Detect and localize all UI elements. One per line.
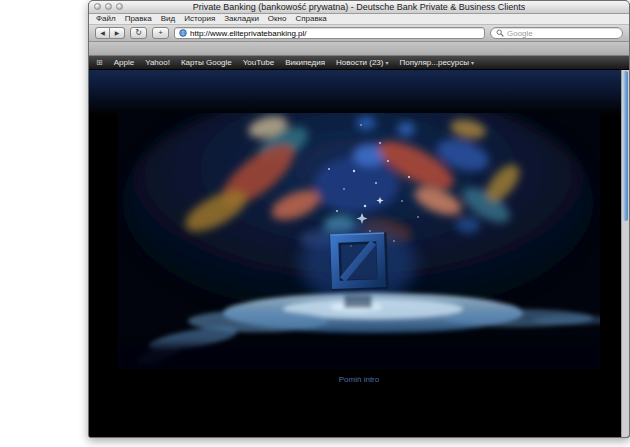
toolbar-spacer — [89, 42, 629, 56]
bookmark-label: YouTube — [243, 58, 274, 67]
scrollbar-thumb[interactable] — [623, 71, 628, 221]
back-button[interactable]: ◀ — [95, 27, 110, 39]
menu-bar: Файл Правка Вид История Закладки Окно Сп… — [89, 14, 629, 25]
address-input[interactable] — [190, 28, 480, 38]
browser-window: Private Banking (bankowość prywatna) - D… — [88, 0, 630, 438]
search-input[interactable] — [507, 28, 617, 38]
page-top-glow — [89, 70, 629, 116]
bookmark-label: Популяр...ресурсы — [400, 58, 469, 67]
minimize-button[interactable] — [105, 3, 112, 10]
browser-viewport: Pomiń intro — [89, 70, 629, 437]
window-title: Private Banking (bankowość prywatna) - D… — [193, 1, 526, 13]
menu-bookmarks[interactable]: Закладки — [224, 14, 259, 24]
bookmark-label: Карты Google — [181, 58, 232, 67]
globe-favicon-icon — [179, 29, 187, 37]
bookmarks-bar: ⊞ Apple Yahoo! Карты Google YouTube Вики… — [89, 56, 629, 70]
scrollbar-track[interactable] — [621, 70, 629, 437]
menu-view[interactable]: Вид — [161, 14, 175, 24]
zoom-button[interactable] — [116, 3, 123, 10]
toolbar: ◀ ▶ ↻ + — [89, 25, 629, 42]
magnifier-icon — [496, 29, 504, 37]
menu-edit[interactable]: Правка — [125, 14, 152, 24]
address-bar[interactable] — [174, 27, 485, 39]
window-controls — [94, 3, 123, 10]
bookmark-apple[interactable]: Apple — [114, 58, 134, 67]
title-bar[interactable]: Private Banking (bankowość prywatna) - D… — [89, 1, 629, 14]
add-button[interactable]: + — [152, 27, 169, 39]
menu-history[interactable]: История — [184, 14, 215, 24]
chevron-down-icon: ▾ — [385, 59, 388, 66]
bookmark-google-maps[interactable]: Карты Google — [181, 58, 232, 67]
bookmark-label: Новости (23) — [336, 58, 383, 67]
bookmark-youtube[interactable]: YouTube — [243, 58, 274, 67]
menu-window[interactable]: Окно — [268, 14, 287, 24]
bookmark-yahoo[interactable]: Yahoo! — [145, 58, 170, 67]
bookmark-label: Yahoo! — [145, 58, 170, 67]
intro-artwork — [118, 113, 600, 369]
menu-file[interactable]: Файл — [96, 14, 116, 24]
close-button[interactable] — [94, 3, 101, 10]
bookmarks-grid-icon[interactable]: ⊞ — [96, 59, 103, 67]
forward-button[interactable]: ▶ — [110, 27, 125, 39]
search-field[interactable] — [490, 27, 623, 39]
bookmark-popular-folder[interactable]: Популяр...ресурсы ▾ — [400, 58, 475, 67]
nav-buttons: ◀ ▶ — [95, 27, 125, 39]
chevron-down-icon: ▾ — [471, 59, 474, 66]
menu-help[interactable]: Справка — [295, 14, 326, 24]
bookmark-wikipedia[interactable]: Википедия — [285, 58, 325, 67]
bookmark-label: Apple — [114, 58, 134, 67]
skip-intro-link[interactable]: Pomiń intro — [89, 375, 629, 384]
desktop: { "window": { "title": "Private Banking … — [0, 0, 630, 447]
bookmark-label: Википедия — [285, 58, 325, 67]
bookmark-news-folder[interactable]: Новости (23) ▾ — [336, 58, 388, 67]
reload-button[interactable]: ↻ — [130, 27, 147, 39]
